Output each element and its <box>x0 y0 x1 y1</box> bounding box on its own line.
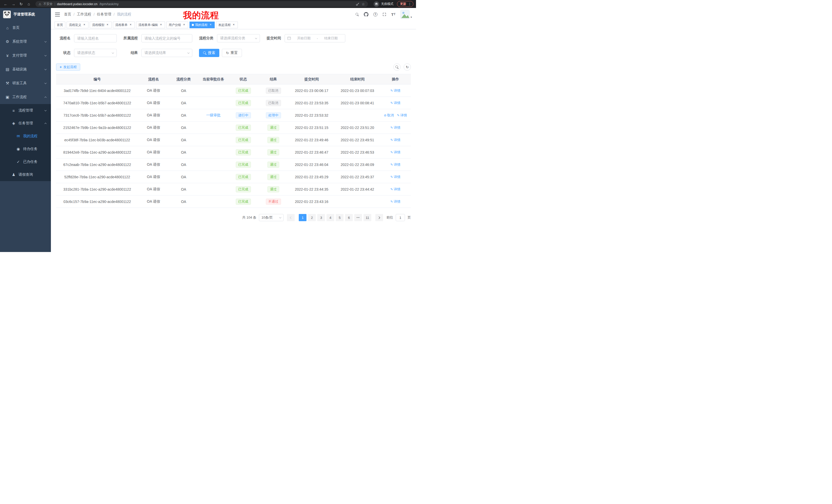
current-task-link[interactable]: 一级审批 <box>206 113 220 117</box>
system-mgmt-icon: ⚙ <box>5 39 10 44</box>
tab-5[interactable]: 用户分组× <box>166 22 188 28</box>
status-tag: 已完成 <box>236 137 251 143</box>
tab-0[interactable]: 首页 <box>54 22 65 28</box>
tab-close-icon[interactable]: × <box>129 23 132 27</box>
edit-icon: ✎ <box>390 200 393 203</box>
row-detail-button[interactable]: ✎详情 <box>390 175 400 179</box>
app-title: 芋道管理系统 <box>14 12 35 17</box>
row-detail-button[interactable]: ✎详情 <box>397 113 407 118</box>
sidebar-item-process-mgmt[interactable]: ≡流程管理 <box>0 104 51 117</box>
refresh-table-button[interactable]: ↻ <box>404 63 411 71</box>
bookmark-star-icon[interactable]: ☆ <box>362 2 365 6</box>
submit-time-range-picker[interactable]: 开始日期 - 结束日期 <box>285 34 345 43</box>
app-logo[interactable]: 芋道管理系统 <box>0 8 51 21</box>
pager-page-button[interactable]: 11 <box>364 214 371 221</box>
edit-icon: ✎ <box>390 101 393 105</box>
status-select[interactable]: 请选择状态 <box>74 49 117 57</box>
sidebar-item-todo-tasks[interactable]: ◉待办任务 <box>0 143 51 156</box>
pager-page-button[interactable]: 6 <box>345 214 353 221</box>
tab-1[interactable]: 流程定义× <box>67 22 88 28</box>
row-detail-button[interactable]: ✎详情 <box>390 150 400 155</box>
browser-home-icon[interactable]: ⌂ <box>26 2 32 6</box>
browser-menu-icon[interactable]: ⋮ <box>408 2 411 6</box>
sidebar-item-dev-tools[interactable]: ⚒研发工具 <box>0 76 51 90</box>
cell-actions: ✎详情 <box>380 85 411 97</box>
row-detail-button[interactable]: ✎详情 <box>390 199 400 204</box>
address-bar[interactable]: ⚠ 不安全 dashboard.yudao.iocoder.cn/bpm/tas… <box>35 1 368 7</box>
browser-update-button[interactable]: 更新 ⋮ <box>397 1 413 7</box>
browser-back-icon[interactable]: ← <box>3 2 9 6</box>
search-button[interactable]: 搜索 <box>199 49 219 57</box>
incognito-icon <box>373 1 379 7</box>
cell-current-task <box>199 146 228 159</box>
table-row: 03c6c157-7b9a-11ec-a290-acde48001122OA 请… <box>56 195 411 208</box>
tab-close-icon[interactable]: × <box>182 23 186 27</box>
page-size-select[interactable]: 10条/页 <box>259 214 284 221</box>
toggle-search-button[interactable] <box>393 63 400 71</box>
browser-reload-icon[interactable]: ↻ <box>18 2 24 6</box>
status-tag: 处理中 <box>266 112 281 118</box>
tab-3[interactable]: 流程表单× <box>113 22 135 28</box>
cell-current-task <box>199 134 228 146</box>
pager-page-button[interactable]: 3 <box>317 214 325 221</box>
pager-more-button[interactable]: ••• <box>354 214 362 221</box>
pager-page-button[interactable]: 4 <box>327 214 334 221</box>
row-cancel-button[interactable]: ⊘取消 <box>384 113 394 118</box>
pager-page-button[interactable]: 1 <box>299 214 307 221</box>
fullscreen-icon[interactable] <box>382 12 386 17</box>
header-search-icon[interactable] <box>356 13 359 16</box>
status-tag: 进行中 <box>236 112 251 118</box>
tab-close-icon[interactable]: × <box>209 23 212 27</box>
result-select[interactable]: 请选择流结果 <box>141 49 192 57</box>
sidebar-item-leave-query[interactable]: ♟请假查询 <box>0 168 51 181</box>
process-definition-input[interactable] <box>141 34 192 43</box>
row-detail-button[interactable]: ✎详情 <box>390 88 400 93</box>
pager-page-button[interactable]: 2 <box>308 214 316 221</box>
cell-actions: ⊘取消✎详情 <box>380 109 411 121</box>
breadcrumb-item[interactable]: 任务管理 <box>97 12 111 17</box>
breadcrumb-separator: / <box>94 12 95 17</box>
sidebar-item-payment-mgmt[interactable]: ¥支付管理 <box>0 49 51 62</box>
breadcrumb-item[interactable]: 首页 <box>64 12 71 17</box>
github-icon[interactable] <box>364 12 368 17</box>
pager-next-button[interactable] <box>375 214 383 221</box>
tab-6[interactable]: 我的流程× <box>189 22 215 28</box>
start-date-placeholder: 开始日期 <box>292 36 315 40</box>
tab-close-icon[interactable]: × <box>106 23 109 27</box>
reset-button[interactable]: ↻ 重置 <box>222 49 242 57</box>
row-detail-button[interactable]: ✎详情 <box>390 162 400 167</box>
process-name-input[interactable] <box>74 34 117 43</box>
category-select[interactable]: 请选择流程分类 <box>217 34 260 43</box>
tab-4[interactable]: 流程表单-编辑× <box>136 22 165 28</box>
row-detail-button[interactable]: ✎详情 <box>390 101 400 105</box>
sidebar-item-home[interactable]: ⌂首页 <box>0 21 51 35</box>
row-detail-button[interactable]: ✎详情 <box>390 187 400 192</box>
sidebar-item-system-mgmt[interactable]: ⚙系统管理 <box>0 35 51 49</box>
tab-close-icon[interactable]: × <box>82 23 86 27</box>
row-detail-button[interactable]: ✎详情 <box>390 138 400 142</box>
row-detail-button[interactable]: ✎详情 <box>390 125 400 130</box>
sidebar-item-done-tasks[interactable]: ✓已办任务 <box>0 156 51 168</box>
sidebar-toggle-button[interactable] <box>55 12 60 17</box>
tab-close-icon[interactable]: × <box>159 23 163 27</box>
tab-close-icon[interactable]: × <box>232 23 235 27</box>
goto-page-input[interactable] <box>396 214 405 221</box>
sidebar-item-task-mgmt[interactable]: ◈任务管理 <box>0 117 51 130</box>
cell-id: 819442e8-7b9a-11ec-a290-acde48001122 <box>56 146 138 159</box>
tab-7[interactable]: 发起流程× <box>216 22 238 28</box>
sidebar-item-my-process[interactable]: ✉我的流程 <box>0 130 51 143</box>
user-avatar[interactable]: ▾ <box>400 10 412 19</box>
sidebar-item-workflow[interactable]: ▣工作流程 <box>0 90 51 104</box>
pager-page-button[interactable]: 5 <box>336 214 343 221</box>
help-icon[interactable]: ? <box>373 12 378 17</box>
refresh-icon: ↻ <box>226 51 229 55</box>
browser-forward-icon[interactable]: → <box>10 2 17 6</box>
tab-2[interactable]: 流程模型× <box>90 22 111 28</box>
sidebar-item-infrastructure[interactable]: ▤基础设施 <box>0 62 51 76</box>
pager-prev-button[interactable] <box>287 214 295 221</box>
create-process-button[interactable]: + 发起流程 <box>56 63 80 71</box>
password-key-icon[interactable] <box>356 2 359 6</box>
cell-current-task <box>199 171 228 183</box>
font-size-icon[interactable]: TT <box>391 12 395 17</box>
breadcrumb-item[interactable]: 工作流程 <box>77 12 91 17</box>
